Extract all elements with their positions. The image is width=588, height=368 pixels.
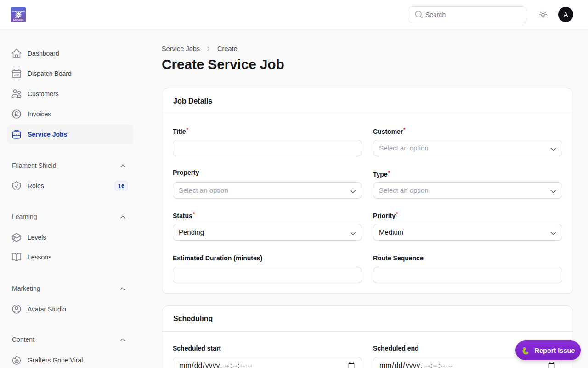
svg-text:EXPERTS: EXPERTS — [13, 19, 24, 21]
